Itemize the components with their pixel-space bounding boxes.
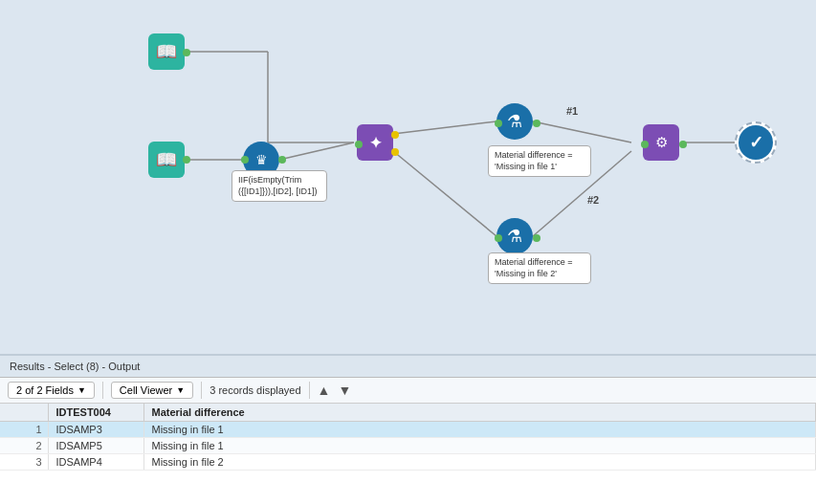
port-dna-out [679,141,687,148]
cell-idtest004: IDSAMP5 [48,438,143,454]
book-icon-top: 📖 [156,41,177,62]
cell-material-diff: Missing in file 2 [143,454,816,471]
results-table: IDTEST004 Material difference 1IDSAMP3Mi… [0,404,816,471]
col-idtest004: IDTEST004 [48,404,143,422]
input-file-2-node[interactable]: 📖 [148,142,185,178]
workflow-canvas[interactable]: 📖 📖 ♛ IIF(isEmpty(Trim ({[ID1]})),[ID2],… [0,0,816,354]
svg-line-5 [393,121,496,134]
bottom-panel: Results - Select (8) - Output 2 of 2 Fie… [0,354,816,504]
port-branch-out1 [391,131,399,139]
scroll-down-button[interactable]: ▼ [338,383,351,398]
cell-record: 1 [0,422,48,438]
cell-idtest004: IDSAMP3 [48,422,143,438]
port-branch-out2 [391,148,399,156]
port-book-top-out [183,49,190,56]
port-crown-out [278,156,286,164]
cell-viewer-dropdown-icon: ▼ [176,385,185,395]
fields-dropdown-icon: ▼ [77,385,86,395]
svg-line-4 [279,142,354,160]
table-row[interactable]: 2IDSAMP5Missing in file 1 [0,438,816,454]
toolbar-divider-1 [102,382,103,399]
flask-2-icon: ⚗ [507,226,522,247]
cell-material-diff: Missing in file 1 [143,438,816,454]
results-toolbar: 2 of 2 Fields ▼ Cell Viewer ▼ 3 records … [0,378,816,404]
port-dna-in [641,141,649,148]
col-material-diff: Material difference [143,404,816,422]
svg-line-6 [393,151,496,236]
material-diff-label-2: Material difference = 'Missing in file 2… [488,252,591,284]
crown-icon: ♛ [255,152,268,167]
book-icon-bottom: 📖 [156,149,177,170]
svg-line-7 [533,121,631,142]
col-record [0,404,48,422]
branch-icon: ✦ [369,134,382,152]
table-row[interactable]: 3IDSAMP4Missing in file 2 [0,454,816,471]
port-branch-in [355,141,363,148]
port-flask2-out [533,234,540,242]
port-flask1-out [533,120,540,127]
dna-icon: ⚙ [655,134,668,151]
hash-2-label: #2 [587,194,599,206]
fields-selector-button[interactable]: 2 of 2 Fields ▼ [8,382,95,399]
cell-idtest004: IDSAMP4 [48,454,143,471]
table-header-row: IDTEST004 Material difference [0,404,816,422]
cell-record: 3 [0,454,48,471]
panel-title: Results - Select (8) - Output [10,361,140,372]
fields-count-label: 2 of 2 Fields [16,384,74,396]
toolbar-divider-2 [201,382,202,399]
input-file-1-node[interactable]: 📖 [148,33,185,70]
flask-1-icon: ⚗ [507,111,522,132]
formula-label: IIF(isEmpty(Trim ({[ID1]})),[ID2], [ID1]… [232,170,327,202]
port-crown-in [241,156,249,164]
cell-record: 2 [0,438,48,454]
cell-viewer-button[interactable]: Cell Viewer ▼ [111,382,193,399]
cell-material-diff: Missing in file 1 [143,422,816,438]
panel-header: Results - Select (8) - Output [0,356,816,378]
connector-lines [0,0,816,354]
port-flask2-in [495,234,502,242]
table-row[interactable]: 1IDSAMP3Missing in file 1 [0,422,816,438]
check-icon: ✓ [749,132,763,153]
records-displayed-label: 3 records displayed [210,384,300,396]
results-table-container[interactable]: IDTEST004 Material difference 1IDSAMP3Mi… [0,404,816,504]
toolbar-divider-3 [309,382,310,399]
hash-1-label: #1 [566,105,578,117]
output-node-inner: ✓ [739,125,773,160]
port-book-bottom-out [183,156,190,164]
scroll-up-button[interactable]: ▲ [318,383,331,398]
port-flask1-in [495,120,502,127]
output-node[interactable]: ✓ [735,121,777,164]
cell-viewer-label: Cell Viewer [120,384,172,396]
material-diff-label-1: Material difference = 'Missing in file 1… [488,145,591,177]
